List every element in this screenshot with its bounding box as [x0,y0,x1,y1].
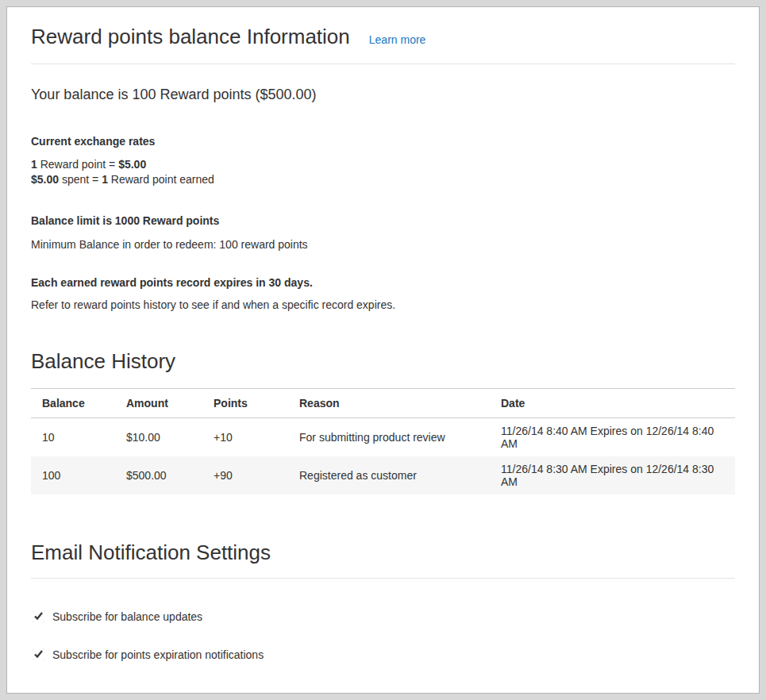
rate2-text2: Reward point earned [108,173,214,186]
cell-amount: $500.00 [115,456,202,494]
balance-updates-checkbox[interactable] [33,610,44,622]
page-title: Reward points balance Information [31,25,350,49]
minimum-balance-text: Minimum Balance in order to redeem: 100 … [31,238,735,251]
column-header-reason: Reason [288,388,490,417]
column-header-date: Date [490,388,735,417]
balance-updates-option: Subscribe for balance updates [31,610,735,623]
rate2-points: 1 [102,173,108,186]
expiry-note-text: Refer to reward points history to see if… [31,298,735,311]
cell-date: 11/26/14 8:30 AM Expires on 12/26/14 8:3… [490,456,735,494]
rate2-text1: spent = [59,173,102,186]
rate1-money: $5.00 [118,158,146,171]
rate1-text: Reward point = [37,158,118,171]
exchange-rate-line-2: $5.00 spent = 1 Reward point earned [31,172,735,187]
cell-reason: For submitting product review [288,417,490,456]
exchange-rate-line-1: 1 Reward point = $5.00 [31,157,735,172]
balance-limit-text: Balance limit is 1000 Reward points [31,214,735,227]
cell-amount: $10.00 [115,417,202,456]
cell-points: +90 [202,456,288,494]
table-header-row: Balance Amount Points Reason Date [31,388,735,417]
expiration-notifications-checkbox[interactable] [33,648,44,660]
expiration-notifications-option: Subscribe for points expiration notifica… [31,648,735,661]
rate2-money: $5.00 [31,173,59,186]
column-header-balance: Balance [31,388,115,417]
balance-summary: Your balance is 100 Reward points ($500.… [31,87,735,103]
cell-points: +10 [202,417,288,456]
exchange-rates: 1 Reward point = $5.00 $5.00 spent = 1 R… [31,157,735,187]
cell-reason: Registered as customer [288,456,490,494]
table-row: 10 $10.00 +10 For submitting product rev… [31,417,735,456]
reward-points-card: Reward points balance Information Learn … [6,6,760,694]
rate1-points: 1 [31,158,37,171]
table-row: 100 $500.00 +90 Registered as customer 1… [31,456,735,494]
column-header-points: Points [202,388,288,417]
balance-updates-label: Subscribe for balance updates [52,610,202,623]
balance-history-table: Balance Amount Points Reason Date 10 $10… [31,388,735,494]
cell-balance: 10 [31,417,115,456]
email-settings-heading: Email Notification Settings [31,540,735,579]
cell-date: 11/26/14 8:40 AM Expires on 12/26/14 8:4… [490,417,735,456]
cell-balance: 100 [31,456,115,494]
expiration-notifications-label: Subscribe for points expiration notifica… [52,648,264,661]
column-header-amount: Amount [115,388,202,417]
balance-history-heading: Balance History [31,349,735,374]
page-header: Reward points balance Information Learn … [31,25,735,64]
exchange-rates-heading: Current exchange rates [31,135,735,148]
expiry-text: Each earned reward points record expires… [31,276,735,289]
learn-more-link[interactable]: Learn more [369,33,426,46]
